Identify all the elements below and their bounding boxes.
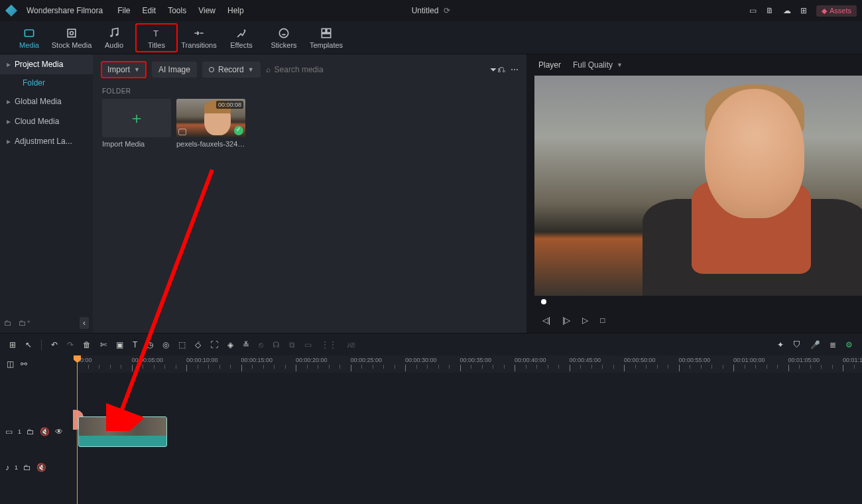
video-type-icon bbox=[178, 129, 186, 135]
settings-icon[interactable]: ⚙ bbox=[845, 340, 853, 349]
audio-track-header[interactable]: ♪1 🗀 🔇 bbox=[0, 450, 77, 485]
timeline-layers-icon[interactable]: ◫ bbox=[7, 359, 14, 369]
tab-media[interactable]: Media bbox=[8, 21, 50, 54]
svg-point-2 bbox=[70, 31, 74, 34]
tab-transitions[interactable]: Transitions bbox=[178, 21, 220, 54]
video-track-header[interactable]: ▭1 🗀 🔇 👁 bbox=[0, 414, 77, 450]
import-button[interactable]: Import ▼ bbox=[101, 61, 147, 78]
sidebar-project-media[interactable]: ▸Project Media bbox=[0, 54, 93, 74]
fit-icon[interactable]: ⛶ bbox=[210, 340, 218, 349]
mute-icon[interactable]: 🔇 bbox=[36, 463, 46, 472]
text-icon[interactable]: T bbox=[133, 340, 137, 349]
tab-stickers[interactable]: Stickers bbox=[263, 21, 305, 54]
new-folder-icon[interactable]: 🗀 bbox=[4, 318, 12, 328]
detach-audio-icon[interactable]: ⎋ bbox=[259, 340, 263, 349]
mute-icon[interactable]: 🔇 bbox=[40, 427, 50, 436]
mask-icon[interactable]: ◈ bbox=[227, 340, 233, 349]
play-icon[interactable]: ▷ bbox=[582, 316, 588, 325]
video-track[interactable]: pexels-fauxels-3249935-3840... bbox=[77, 414, 862, 450]
color-icon[interactable]: ◎ bbox=[162, 340, 169, 349]
marker-icon[interactable]: ▭ bbox=[304, 340, 312, 349]
import-media-tile[interactable]: ＋ Import Media bbox=[102, 99, 171, 148]
screen-record-icon[interactable]: ▭ bbox=[749, 6, 757, 15]
assets-button[interactable]: ◆ Assets bbox=[816, 5, 857, 17]
player-scrubber[interactable] bbox=[534, 296, 862, 308]
media-clip-thumb[interactable]: 00:00:08 pexels-fauxels-324993... bbox=[176, 99, 245, 148]
stock-media-icon bbox=[65, 27, 78, 40]
record-button[interactable]: Record ▼ bbox=[202, 62, 261, 78]
quality-selector[interactable]: Full Quality▼ bbox=[573, 60, 623, 70]
prev-frame-icon[interactable]: ◁| bbox=[542, 316, 550, 325]
sidebar-adjustment-layer[interactable]: ▸Adjustment La... bbox=[0, 131, 93, 151]
auto-beat-icon[interactable]: ⋮⋮ bbox=[321, 340, 337, 349]
filter-icon[interactable]: ⏷⎌ bbox=[489, 65, 505, 74]
crop-icon[interactable]: ▣ bbox=[116, 340, 123, 349]
timeline-clip[interactable]: pexels-fauxels-3249935-3840... bbox=[78, 416, 167, 447]
menu-edit[interactable]: Edit bbox=[143, 6, 156, 15]
sidebar: ▸Project Media Folder ▸Global Media ▸Clo… bbox=[0, 54, 93, 333]
menu-file[interactable]: File bbox=[117, 6, 130, 15]
ai-image-button[interactable]: AI Image bbox=[152, 62, 197, 78]
sync-icon[interactable]: ⟳ bbox=[444, 6, 450, 15]
stop-icon[interactable]: □ bbox=[600, 316, 605, 325]
collapse-sidebar-icon[interactable]: ‹ bbox=[80, 317, 89, 329]
search-input[interactable] bbox=[275, 65, 438, 74]
pointer-icon[interactable]: ↖ bbox=[25, 340, 32, 349]
adjust-icon[interactable]: ≚ bbox=[243, 340, 249, 349]
undo-icon[interactable]: ↶ bbox=[51, 340, 58, 349]
mixer2-icon[interactable]: ≣ bbox=[830, 340, 836, 349]
more-icon[interactable]: ⋯ bbox=[511, 65, 519, 74]
cut-icon[interactable]: ✄ bbox=[100, 340, 107, 349]
player-panel: Player Full Quality▼ ◁| |▷ ▷ □ bbox=[526, 54, 862, 333]
new-bin-icon[interactable]: 🗀⁺ bbox=[19, 318, 31, 328]
transform-icon[interactable]: ⬚ bbox=[178, 340, 186, 349]
check-icon bbox=[234, 126, 243, 135]
timecode-label: 00:01:05:00 bbox=[788, 357, 820, 363]
tab-effects[interactable]: Effects bbox=[220, 21, 263, 54]
apps-icon[interactable]: ⊞ bbox=[800, 6, 807, 15]
playhead[interactable] bbox=[77, 355, 78, 504]
sidebar-global-media[interactable]: ▸Global Media bbox=[0, 92, 93, 111]
preview-viewport[interactable] bbox=[534, 76, 862, 296]
transitions-icon bbox=[192, 27, 206, 40]
tab-templates[interactable]: Templates bbox=[305, 21, 347, 54]
marker2-icon[interactable]: ⛉ bbox=[793, 340, 801, 349]
voice-icon[interactable]: ☊ bbox=[273, 340, 280, 349]
grid-icon[interactable]: ⊞ bbox=[9, 340, 16, 349]
menu-help[interactable]: Help bbox=[227, 6, 244, 15]
lock-icon[interactable]: 🗀 bbox=[23, 463, 31, 472]
player-label: Player bbox=[538, 60, 561, 70]
timeline-canvas[interactable]: 00:0000:00:05:0000:00:10:0000:00:15:0000… bbox=[77, 355, 862, 504]
timecode-label: 00:00:50:00 bbox=[624, 357, 656, 363]
tab-titles[interactable]: T Titles bbox=[135, 23, 178, 52]
menu-tools[interactable]: Tools bbox=[168, 6, 186, 15]
group-icon[interactable]: ⧉ bbox=[289, 340, 295, 349]
timecode-label: 00:00:40:00 bbox=[515, 357, 546, 363]
svg-text:T: T bbox=[153, 29, 158, 38]
record-icon bbox=[209, 67, 214, 72]
lock-icon[interactable]: 🗀 bbox=[27, 427, 34, 436]
tab-audio[interactable]: Audio bbox=[93, 21, 135, 54]
delete-icon[interactable]: 🗑 bbox=[83, 340, 91, 349]
sidebar-folder[interactable]: Folder bbox=[0, 74, 93, 92]
visibility-icon[interactable]: 👁 bbox=[55, 427, 63, 436]
media-panel: Import ▼ AI Image Record ▼ ⌕ ⏷⎌ ⋯ FOLDER… bbox=[93, 54, 526, 333]
speed-icon[interactable]: ◷ bbox=[147, 340, 153, 349]
keyframe-icon[interactable]: ◇̇ bbox=[195, 340, 201, 349]
mic-icon[interactable]: 🎤 bbox=[810, 340, 820, 349]
save-icon[interactable]: 🗎 bbox=[766, 6, 774, 15]
timeline-link-icon[interactable]: ⚯ bbox=[21, 359, 27, 369]
timecode-label: 00:00:10:00 bbox=[186, 357, 218, 363]
cloud-icon[interactable]: ☁ bbox=[783, 6, 791, 15]
next-frame-icon[interactable]: |▷ bbox=[562, 316, 570, 325]
app-logo bbox=[5, 5, 17, 17]
ai-icon[interactable]: ✦ bbox=[777, 340, 784, 349]
tab-stock-media[interactable]: Stock Media bbox=[50, 21, 93, 54]
menu-view[interactable]: View bbox=[198, 6, 216, 15]
timeline-ruler[interactable]: 00:0000:00:05:0000:00:10:0000:00:15:0000… bbox=[77, 355, 862, 373]
audio-track[interactable] bbox=[77, 450, 862, 485]
sidebar-cloud-media[interactable]: ▸Cloud Media bbox=[0, 111, 93, 131]
redo-icon[interactable]: ↷ bbox=[67, 340, 74, 349]
mixer-icon[interactable]: ♪⎚ bbox=[346, 340, 355, 349]
timecode-label: 00:00:35:00 bbox=[460, 357, 492, 363]
